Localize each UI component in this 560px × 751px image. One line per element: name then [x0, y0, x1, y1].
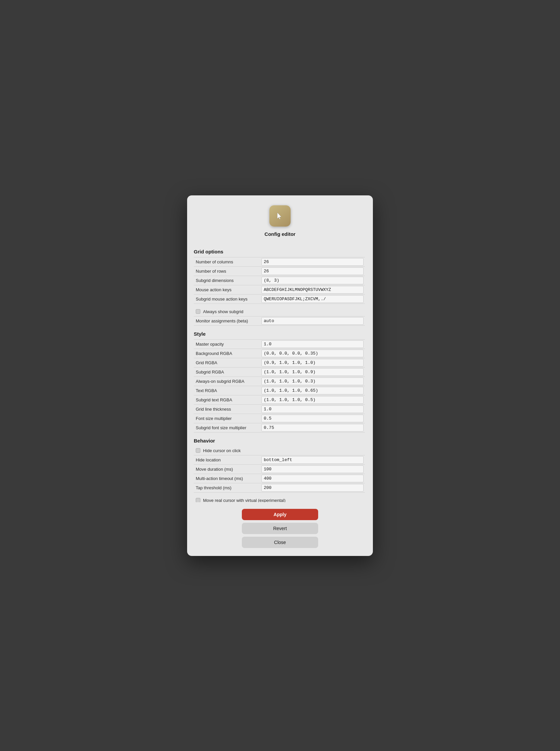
table-row: Subgrid RGBA — [194, 367, 365, 377]
master-opacity-input[interactable] — [261, 340, 364, 348]
mouse-action-keys-input[interactable] — [261, 286, 364, 293]
always-show-subgrid-label: Always show subgrid — [203, 309, 243, 314]
table-row: Background RGBA — [194, 349, 365, 358]
revert-button[interactable]: Revert — [242, 523, 318, 534]
hide-cursor-on-click-row: Hide cursor on click — [194, 446, 365, 455]
style-section-title: Style — [194, 331, 365, 337]
window-title: Config editor — [194, 231, 366, 237]
monitor-table: Monitor assignments (beta) — [194, 316, 365, 326]
scrollable-area[interactable]: Grid options Number of columns Number of… — [194, 243, 366, 502]
table-row: Always-on subgrid RGBA — [194, 377, 365, 386]
text-rgba-input[interactable] — [261, 387, 364, 394]
table-row: Multi-action timeout (ms) — [194, 474, 365, 483]
subgrid-font-size-multiplier-input[interactable] — [261, 424, 364, 431]
buttons-area: Apply Revert Close — [194, 509, 366, 548]
table-row: Hide location — [194, 455, 365, 464]
table-row: Subgrid dimensions — [194, 276, 365, 285]
monitor-assignments-input[interactable] — [261, 317, 364, 325]
table-row: Monitor assignments (beta) — [194, 316, 365, 325]
subgrid-dimensions-input[interactable] — [261, 277, 364, 284]
app-icon — [269, 205, 291, 227]
table-row: Subgrid text RGBA — [194, 395, 365, 404]
table-row: Text RGBA — [194, 386, 365, 395]
subgrid-mouse-action-keys-input[interactable] — [261, 295, 364, 303]
table-row: Number of rows — [194, 266, 365, 276]
grid-rgba-input[interactable] — [261, 359, 364, 367]
subgrid-text-rgba-input[interactable] — [261, 396, 364, 404]
always-show-subgrid-row: Always show subgrid — [194, 307, 365, 316]
behavior-table: Hide location Move duration (ms) Multi-a… — [194, 455, 365, 493]
multi-action-timeout-input[interactable] — [261, 475, 364, 482]
field-label: Grid RGBA — [194, 358, 260, 367]
field-label: Subgrid font size multiplier — [194, 423, 260, 432]
cursor-icon — [275, 211, 285, 221]
behavior-section-title: Behavior — [194, 438, 365, 444]
field-label: Grid line thickness — [194, 404, 260, 414]
hide-cursor-on-click-checkbox[interactable] — [196, 448, 200, 453]
field-label: Master opacity — [194, 339, 260, 349]
table-row: Move duration (ms) — [194, 464, 365, 474]
tap-threshold-input[interactable] — [261, 484, 364, 492]
move-duration-input[interactable] — [261, 465, 364, 473]
table-row: Font size multiplier — [194, 414, 365, 423]
field-label: Multi-action timeout (ms) — [194, 474, 260, 483]
field-label: Subgrid dimensions — [194, 276, 260, 285]
hide-cursor-on-click-label: Hide cursor on click — [203, 448, 241, 453]
field-label: Tap threshold (ms) — [194, 483, 260, 492]
field-label: Font size multiplier — [194, 414, 260, 423]
close-button[interactable]: Close — [242, 537, 318, 548]
app-icon-container — [194, 205, 366, 227]
move-real-cursor-row: Move real cursor with virtual (experimen… — [194, 496, 365, 502]
field-label: Monitor assignments (beta) — [194, 316, 260, 325]
move-real-cursor-label: Move real cursor with virtual (experimen… — [203, 498, 286, 502]
num-rows-input[interactable] — [261, 267, 364, 275]
field-label: Number of columns — [194, 257, 260, 266]
field-label: Move duration (ms) — [194, 464, 260, 474]
field-label: Subgrid mouse action keys — [194, 294, 260, 304]
grid-options-table: Number of columns Number of rows Subgrid… — [194, 257, 365, 304]
always-show-subgrid-checkbox[interactable] — [196, 309, 200, 314]
font-size-multiplier-input[interactable] — [261, 414, 364, 422]
style-table: Master opacity Background RGBA Grid RGBA… — [194, 339, 365, 432]
grid-line-thickness-input[interactable] — [261, 405, 364, 413]
table-row: Mouse action keys — [194, 285, 365, 294]
table-row: Subgrid mouse action keys — [194, 294, 365, 304]
grid-options-section-title: Grid options — [194, 249, 365, 255]
field-label: Number of rows — [194, 266, 260, 276]
table-row: Tap threshold (ms) — [194, 483, 365, 492]
field-label: Subgrid RGBA — [194, 367, 260, 377]
field-label: Subgrid text RGBA — [194, 395, 260, 404]
alwayson-subgrid-rgba-input[interactable] — [261, 378, 364, 385]
hide-location-input[interactable] — [261, 456, 364, 464]
table-row: Grid RGBA — [194, 358, 365, 367]
table-row: Master opacity — [194, 339, 365, 349]
field-label: Always-on subgrid RGBA — [194, 377, 260, 386]
table-row: Subgrid font size multiplier — [194, 423, 365, 432]
field-label: Text RGBA — [194, 386, 260, 395]
field-label: Background RGBA — [194, 349, 260, 358]
field-label: Mouse action keys — [194, 285, 260, 294]
move-real-cursor-checkbox[interactable] — [196, 498, 200, 502]
table-row: Number of columns — [194, 257, 365, 266]
subgrid-rgba-input[interactable] — [261, 368, 364, 376]
field-label: Hide location — [194, 455, 260, 464]
bg-rgba-input[interactable] — [261, 350, 364, 357]
apply-button[interactable]: Apply — [242, 509, 318, 520]
table-row: Grid line thickness — [194, 404, 365, 414]
config-editor-window: Config editor Grid options Number of col… — [187, 196, 373, 556]
num-columns-input[interactable] — [261, 258, 364, 266]
